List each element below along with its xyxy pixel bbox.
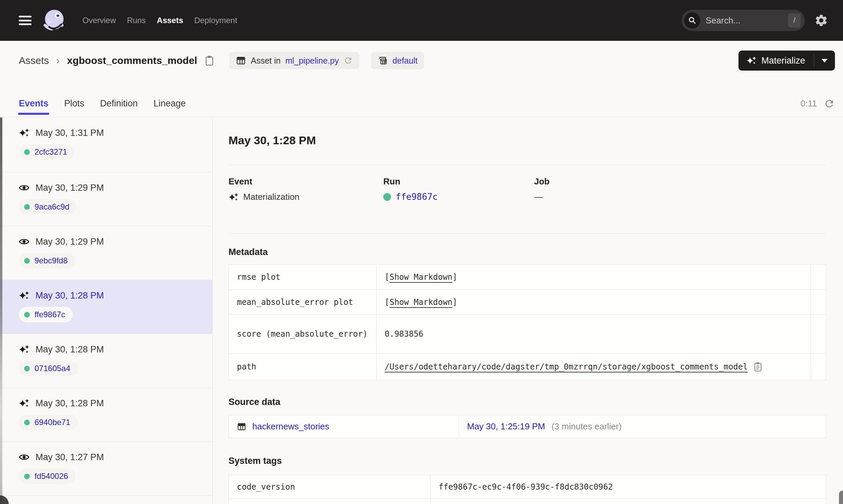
run-id-tag[interactable]: 2cfc3271: [19, 144, 74, 160]
run-status-dot: [24, 312, 30, 318]
tab-definition[interactable]: Definition: [100, 90, 138, 117]
menu-icon[interactable]: [19, 16, 32, 25]
observation-icon: [19, 236, 30, 247]
run-id-link[interactable]: ffe9867c: [396, 192, 437, 202]
event-list-item[interactable]: May 30, 1:31 PM 2cfc3271: [0, 118, 212, 172]
materialization-icon: [19, 127, 30, 138]
source-data-row: hackernews_stories May 30, 1:25:19 PM (3…: [229, 415, 826, 438]
source-relative-time: (3 minutes earlier): [551, 421, 622, 431]
run-id-tag[interactable]: 9aca6c9d: [19, 199, 77, 215]
metadata-key: mean_absolute_error plot: [237, 298, 353, 307]
run-status-dot: [24, 420, 30, 425]
search-input[interactable]: Search... /: [682, 10, 805, 31]
event-timestamp: May 30, 1:28 PM: [35, 398, 104, 409]
event-list-item[interactable]: May 30, 1:29 PM 9ebc9fd8: [0, 226, 212, 280]
copy-asset-name-icon[interactable]: [204, 55, 214, 66]
asset-table-icon: [237, 422, 246, 431]
breadcrumb-assets-link[interactable]: Assets: [19, 55, 49, 66]
materialize-label: Materialize: [761, 56, 805, 66]
metadata-table: rmse plot [Show Markdown] mean_absolute_…: [228, 264, 826, 380]
event-type-value: Materialization: [243, 192, 299, 202]
run-id-link[interactable]: 2cfc3271: [35, 147, 67, 157]
event-list-sidebar: May 30, 1:31 PM 2cfc3271 May 30, 1:29 P: [0, 118, 213, 504]
run-id-link[interactable]: ffe9867c: [35, 310, 65, 319]
nav-item-runs[interactable]: Runs: [127, 16, 146, 25]
metadata-row: score (mean_absolute_error) 0.983856: [229, 314, 826, 354]
bracket: [: [385, 298, 389, 307]
run-id-link[interactable]: fd540026: [35, 471, 68, 481]
materialization-icon: [19, 290, 30, 301]
metadata-key: rmse plot: [237, 272, 280, 282]
reload-code-location-icon[interactable]: [343, 56, 353, 65]
run-id-tag[interactable]: 071605a4: [19, 361, 78, 376]
asset-header: Assets › xgboost_comments_model Asset in…: [0, 50, 843, 71]
run-id-tag[interactable]: fd540026: [19, 469, 75, 484]
run-status-dot: [24, 258, 30, 264]
run-status-dot: [24, 204, 30, 210]
repo-default-link[interactable]: default: [392, 56, 417, 66]
run-status-dot: [383, 193, 391, 201]
event-list-item[interactable]: May 30, 1:29 PM 9aca6c9d: [0, 172, 212, 226]
run-id-tag[interactable]: ffe9867c: [19, 307, 73, 322]
run-id-link[interactable]: 9ebc9fd8: [35, 256, 68, 265]
metadata-key: path: [237, 362, 256, 372]
source-data-table: hackernews_stories May 30, 1:25:19 PM (3…: [228, 415, 826, 438]
event-list-item[interactable]: May 30, 1:27 PM fd540026: [0, 442, 212, 496]
code-location-link[interactable]: ml_pipeline.py: [285, 56, 339, 66]
event-list-item[interactable]: May 30, 1:28 PM 071605a4: [0, 334, 212, 388]
dagster-logo-icon[interactable]: [41, 4, 68, 36]
tab-plots[interactable]: Plots: [64, 90, 84, 117]
system-tags-table: code_version ffe9867c-ec9c-4f06-939c-f8d…: [228, 475, 826, 504]
system-tags-heading: System tags: [228, 456, 282, 466]
run-column-label: Run: [383, 176, 400, 187]
metadata-heading: Metadata: [228, 247, 268, 257]
run-id-tag[interactable]: 6940be71: [19, 415, 78, 430]
job-column-label: Job: [534, 176, 550, 187]
event-timestamp: May 30, 1:28 PM: [35, 344, 104, 355]
materialize-dropdown-button[interactable]: [814, 51, 835, 71]
event-list-item[interactable]: May 30, 1:28 PM 6940be71: [0, 388, 212, 442]
run-status-dot: [24, 149, 30, 155]
show-markdown-link[interactable]: Show Markdown: [389, 272, 452, 282]
source-materialization-time-link[interactable]: May 30, 1:25:19 PM: [467, 421, 545, 431]
bracket: [: [385, 272, 389, 282]
dagster-asset-page: OverviewRunsAssetsDeployment Search... /…: [0, 0, 843, 504]
run-id-link[interactable]: 071605a4: [35, 364, 70, 373]
code-location-badge[interactable]: Asset in ml_pipeline.py: [229, 52, 360, 69]
source-data-heading: Source data: [228, 397, 280, 407]
tab-events[interactable]: Events: [19, 90, 49, 117]
materialize-button[interactable]: Materialize: [738, 51, 835, 71]
tag-key: code_version: [237, 482, 295, 492]
run-id-link[interactable]: 6940be71: [35, 418, 70, 427]
bracket: ]: [452, 298, 457, 307]
search-icon: [684, 12, 700, 29]
metadata-row: path /Users/odetteharary/code/dagster/tm…: [229, 354, 826, 380]
nav-item-deployment[interactable]: Deployment: [194, 16, 237, 25]
settings-gear-icon[interactable]: [814, 13, 828, 28]
path-link[interactable]: /Users/odetteharary/code/dagster/tmp_0mz…: [385, 362, 748, 372]
system-tag-row: [229, 499, 826, 504]
sidebar-scrollbar[interactable]: [0, 118, 2, 504]
event-detail-panel: May 30, 1:28 PM Event Run Job Materializ…: [213, 118, 843, 504]
asset-table-icon: [236, 56, 246, 66]
event-detail-title: May 30, 1:28 PM: [228, 134, 316, 147]
metadata-key: score (mean_absolute_error): [237, 329, 367, 339]
refresh-icon[interactable]: [824, 98, 835, 109]
event-timestamp: May 30, 1:29 PM: [35, 183, 104, 193]
metadata-row: rmse plot [Show Markdown]: [229, 265, 826, 290]
source-asset-link[interactable]: hackernews_stories: [252, 421, 329, 432]
nav-item-overview[interactable]: Overview: [82, 16, 116, 25]
show-markdown-link[interactable]: Show Markdown: [389, 298, 452, 307]
run-id-link[interactable]: 9aca6c9d: [35, 202, 69, 212]
search-shortcut-key: /: [788, 13, 801, 28]
observation-icon: [19, 182, 30, 193]
copy-path-icon[interactable]: [753, 362, 762, 372]
run-id-tag[interactable]: 9ebc9fd8: [19, 253, 75, 268]
asset-tabs: EventsPlotsDefinitionLineage 0:11: [0, 90, 843, 117]
nav-item-assets[interactable]: Assets: [157, 16, 183, 25]
chevron-down-icon: [822, 59, 828, 62]
tab-lineage[interactable]: Lineage: [153, 90, 186, 117]
tag-value: ffe9867c-ec9c-4f06-939c-f8dc830c0962: [438, 482, 613, 492]
repository-badge[interactable]: default: [371, 52, 424, 69]
event-list-item[interactable]: May 30, 1:28 PM ffe9867c: [0, 280, 212, 334]
